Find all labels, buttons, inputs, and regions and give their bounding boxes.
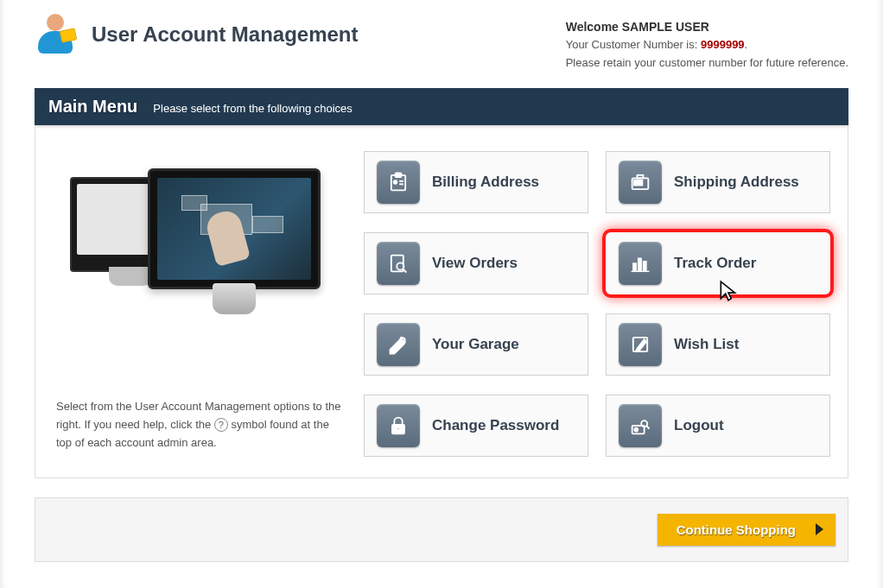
briefcase-icon (619, 161, 662, 204)
svg-point-15 (402, 338, 404, 341)
monitor-illustration (70, 168, 329, 324)
svg-point-20 (634, 428, 638, 432)
your-garage-tile[interactable]: Your Garage (364, 313, 588, 376)
view-orders-tile[interactable]: View Orders (364, 232, 588, 294)
note-pen-icon (619, 323, 662, 366)
header-right: Welcome SAMPLE USER Your Customer Number… (566, 12, 848, 73)
wrench-icon (377, 323, 420, 366)
logout-tile[interactable]: Logout (606, 395, 830, 457)
tile-label: Logout (674, 417, 724, 434)
bar-chart-icon (619, 242, 662, 285)
tile-label: Change Password (432, 417, 559, 434)
header: User Account Management Welcome SAMPLE U… (35, 0, 848, 88)
tile-label: Track Order (674, 255, 756, 272)
customer-number: 9999999 (701, 38, 745, 51)
tile-label: Shipping Address (674, 174, 799, 191)
tile-label: Your Garage (432, 336, 519, 353)
wish-list-tile[interactable]: Wish List (606, 313, 830, 376)
tile-label: Billing Address (432, 174, 539, 191)
logout-icon (619, 404, 662, 447)
continue-shopping-button[interactable]: Continue Shopping (657, 514, 835, 546)
svg-rect-6 (638, 175, 644, 179)
track-order-tile[interactable]: Track Order (606, 232, 830, 294)
shipping-address-tile[interactable]: Shipping Address (606, 151, 830, 213)
tile-grid: Billing Address Shipping Address (364, 151, 830, 457)
help-description: Select from the User Account Management … (53, 398, 346, 452)
account-management-page: User Account Management Welcome SAMPLE U… (0, 0, 883, 588)
svg-point-2 (394, 180, 397, 184)
content-area: Select from the User Account Management … (35, 125, 848, 478)
svg-rect-13 (644, 262, 647, 271)
customer-number-line: Your Customer Number is: 9999999. (566, 36, 848, 54)
menu-bar-subtitle: Please select from the following choices (153, 102, 353, 115)
menu-bar: Main Menu Please select from the followi… (35, 88, 848, 125)
svg-rect-7 (634, 180, 642, 186)
billing-address-tile[interactable]: Billing Address (364, 151, 588, 213)
tile-label: Wish List (674, 336, 739, 353)
tile-label: View Orders (432, 255, 518, 272)
header-left: User Account Management (35, 12, 359, 57)
clipboard-id-icon (377, 161, 420, 204)
svg-line-22 (646, 426, 650, 429)
svg-line-10 (403, 269, 407, 273)
menu-bar-title: Main Menu (48, 97, 137, 117)
welcome-text: Welcome SAMPLE USER (566, 17, 848, 36)
page-title: User Account Management (92, 22, 359, 47)
user-avatar-icon (35, 12, 79, 57)
svg-rect-1 (396, 173, 402, 177)
svg-rect-12 (638, 258, 642, 270)
left-column: Select from the User Account Management … (53, 151, 346, 457)
cursor-icon (717, 278, 740, 304)
arrow-right-icon (816, 523, 823, 535)
footer-bar: Continue Shopping (35, 497, 848, 562)
change-password-tile[interactable]: Change Password (364, 395, 588, 457)
lock-icon (377, 404, 420, 447)
svg-rect-11 (633, 263, 637, 270)
document-search-icon (377, 242, 420, 285)
retain-text: Please retain your customer number for f… (566, 54, 848, 73)
svg-point-18 (397, 427, 399, 430)
continue-label: Continue Shopping (677, 522, 796, 537)
help-icon: ? (214, 418, 228, 432)
